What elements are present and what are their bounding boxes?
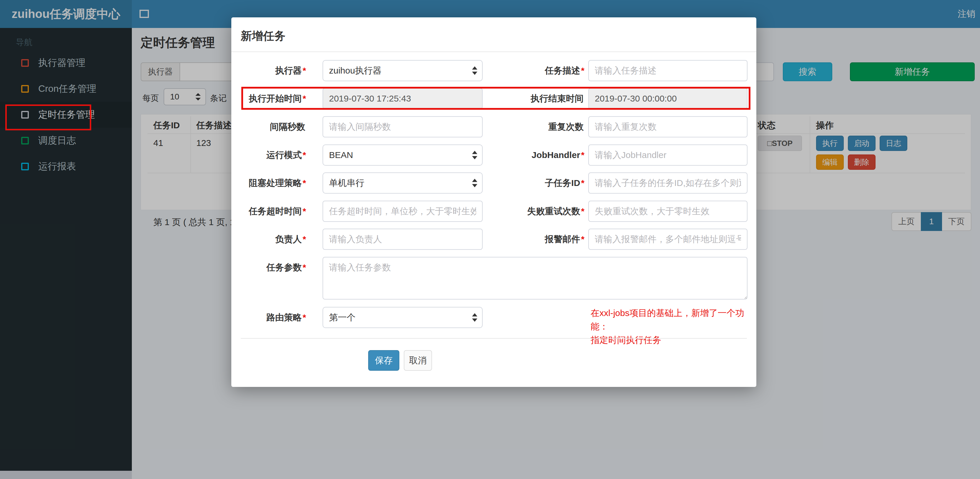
stepper-arrows-icon [472,151,477,159]
modal-footer-divider [241,338,747,339]
run-mode-label: 运行模式* [234,145,306,166]
alarm-email-input[interactable] [588,229,748,250]
modal-header-divider [231,51,756,52]
executor-label: 执行器* [234,60,306,81]
task-desc-input[interactable] [588,60,748,81]
fail-retry-label: 失败重试次数* [484,201,584,222]
task-desc-label: 任务描述* [484,60,584,81]
block-strategy-select-value: 单机串行 [329,177,364,189]
job-param-textarea[interactable] [323,257,748,299]
start-time-label: 执行开始时间* [234,88,306,109]
alarm-email-label: 报警邮件* [484,229,584,250]
fail-retry-input[interactable] [588,201,748,222]
route-strategy-select-value: 第一个 [329,312,355,324]
cancel-button[interactable]: 取消 [404,350,432,371]
save-button[interactable]: 保存 [368,350,399,371]
author-input[interactable] [323,229,483,250]
repeat-label: 重复次数 [484,116,584,137]
route-strategy-label: 路由策略* [234,307,306,328]
interval-label: 间隔秒数 [234,116,306,137]
add-task-modal: 新增任务 执行器* zuihou执行器 任务描述* 执行开始时间* 执行结束时间 [231,18,756,387]
author-label: 负责人* [234,229,306,250]
start-time-input[interactable] [323,88,483,109]
end-time-label: 执行结束时间 [484,88,584,109]
stepper-arrows-icon [472,67,477,75]
child-job-label: 子任务ID* [484,172,584,194]
run-mode-select-value: BEAN [329,150,353,160]
stepper-arrows-icon [472,313,477,322]
app-root: zuihou任务调度中心 注销 导航 执行器管理 Cron任务管理 定时任务管理… [0,0,980,479]
run-mode-select[interactable]: BEAN [323,145,483,166]
jobhandler-input[interactable] [588,145,748,166]
timeout-input[interactable] [323,201,483,222]
route-strategy-select[interactable]: 第一个 [323,307,483,328]
annotation-note-text: 在xxl-jobs项目的基础上，新增了一个功能： 指定时间执行任务 [591,306,756,347]
interval-input[interactable] [323,116,483,137]
stepper-arrows-icon [472,179,477,188]
block-strategy-label: 阻塞处理策略* [234,172,306,194]
repeat-input[interactable] [588,116,748,137]
jobhandler-label: JobHandler* [484,145,584,166]
timeout-label: 任务超时时间* [234,201,306,222]
child-job-input[interactable] [588,172,748,194]
end-time-input[interactable] [588,88,748,109]
modal-title: 新增任务 [241,29,285,43]
executor-select[interactable]: zuihou执行器 [323,60,483,81]
executor-select-value: zuihou执行器 [329,65,382,77]
block-strategy-select[interactable]: 单机串行 [323,172,483,194]
